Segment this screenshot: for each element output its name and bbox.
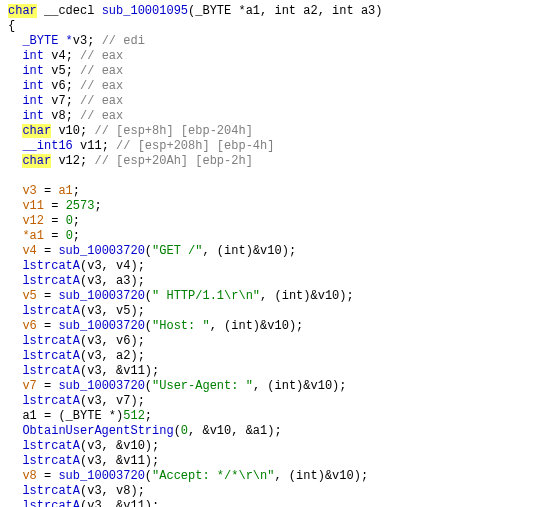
code-line: lstrcatA(v3, v8); xyxy=(8,484,546,499)
code-line: lstrcatA(v3, a2); xyxy=(8,349,546,364)
code-line: v6 = sub_10003720("Host: ", (int)&v10); xyxy=(8,319,546,334)
code-line: v7 = sub_10003720("User-Agent: ", (int)&… xyxy=(8,379,546,394)
var-decl: int v4; // eax xyxy=(8,49,546,64)
code-line: v3 = a1; xyxy=(8,184,546,199)
code-line: lstrcatA(v3, a3); xyxy=(8,274,546,289)
var-decl: _BYTE *v3; // edi xyxy=(8,34,546,49)
code-line: v11 = 2573; xyxy=(8,199,546,214)
decompiled-code-block: char __cdecl sub_10001095(_BYTE *a1, int… xyxy=(8,4,546,507)
var-decl: char v12; // [esp+20Ah] [ebp-2h] xyxy=(8,154,546,169)
code-line: ObtainUserAgentString(0, &v10, &a1); xyxy=(8,424,546,439)
var-decl: int v5; // eax xyxy=(8,64,546,79)
var-decl: __int16 v11; // [esp+208h] [ebp-4h] xyxy=(8,139,546,154)
code-line: lstrcatA(v3, &v11); xyxy=(8,499,546,507)
var-decl: int v8; // eax xyxy=(8,109,546,124)
var-decl: int v6; // eax xyxy=(8,79,546,94)
code-line: lstrcatA(v3, v5); xyxy=(8,304,546,319)
code-line: lstrcatA(v3, v7); xyxy=(8,394,546,409)
brace-open: { xyxy=(8,19,546,34)
code-line: *a1 = 0; xyxy=(8,229,546,244)
code-line: lstrcatA(v3, &v11); xyxy=(8,454,546,469)
var-decl: char v10; // [esp+8h] [ebp-204h] xyxy=(8,124,546,139)
code-line: lstrcatA(v3, v4); xyxy=(8,259,546,274)
code-line: v5 = sub_10003720(" HTTP/1.1\r\n", (int)… xyxy=(8,289,546,304)
var-decl: int v7; // eax xyxy=(8,94,546,109)
code-line: lstrcatA(v3, &v11); xyxy=(8,364,546,379)
code-line: lstrcatA(v3, v6); xyxy=(8,334,546,349)
code-line: lstrcatA(v3, &v10); xyxy=(8,439,546,454)
blank-line xyxy=(8,169,546,184)
code-line: v4 = sub_10003720("GET /", (int)&v10); xyxy=(8,244,546,259)
function-signature: char __cdecl sub_10001095(_BYTE *a1, int… xyxy=(8,4,546,19)
code-line: v12 = 0; xyxy=(8,214,546,229)
code-line: a1 = (_BYTE *)512; xyxy=(8,409,546,424)
code-line: v8 = sub_10003720("Accept: */*\r\n", (in… xyxy=(8,469,546,484)
